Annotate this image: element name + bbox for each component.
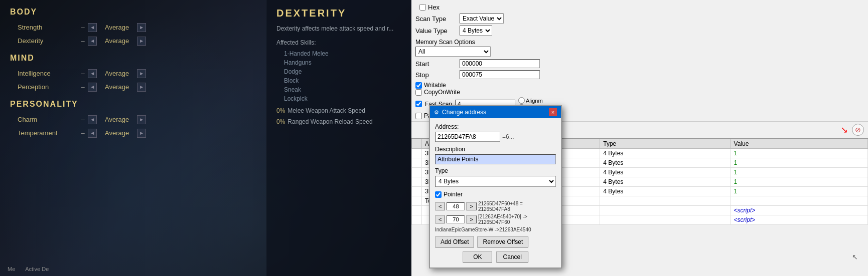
row-type-1: 4 Bytes: [600, 158, 731, 168]
dialog-title-area: ⚙ Change address: [434, 109, 486, 116]
hex-label: Hex: [428, 4, 440, 11]
type-label: Type: [435, 167, 556, 174]
attr-minus-intelligence[interactable]: −: [81, 70, 85, 78]
attr-left-perception[interactable]: ◄: [88, 83, 97, 92]
cancel-button[interactable]: Cancel: [496, 251, 528, 262]
row-value-s1: <script>: [731, 206, 867, 215]
attr-minus-dexterity[interactable]: −: [81, 37, 85, 45]
attr-left-strength[interactable]: ◄: [88, 23, 97, 32]
attr-right-charm[interactable]: ►: [137, 115, 146, 124]
scan-type-select[interactable]: Exact Value: [460, 14, 504, 24]
offset2-right-btn[interactable]: >: [466, 215, 476, 223]
attr-right-perception[interactable]: ►: [137, 83, 146, 92]
skill-sneak: Sneak: [276, 85, 401, 94]
attr-minus-perception[interactable]: −: [81, 83, 85, 91]
attr-right-dexterity[interactable]: ►: [137, 37, 146, 46]
dialog-titlebar: ⚙ Change address ×: [430, 106, 561, 118]
attr-value-dexterity: Average: [97, 36, 137, 46]
attr-minus-charm[interactable]: −: [81, 116, 85, 124]
copy-on-write-row: CopyOnWrite: [415, 89, 864, 96]
row-check-4: [412, 187, 422, 196]
row-type-5: [600, 196, 731, 206]
row-check-1: [412, 158, 422, 168]
address-label: Address:: [435, 123, 556, 130]
attr-left-dexterity[interactable]: ◄: [88, 37, 97, 46]
pointer-checkbox[interactable]: [435, 191, 442, 198]
memory-scan-select[interactable]: All: [415, 47, 491, 57]
hex-row: Hex: [415, 2, 864, 13]
address-section: Address: =6...: [435, 123, 556, 142]
attr-minus-strength[interactable]: −: [81, 24, 85, 32]
skill-dodge: Dodge: [276, 67, 401, 76]
affected-skills-title: Affected Skills:: [276, 39, 401, 46]
remove-offset-button[interactable]: Remove Offset: [477, 236, 528, 247]
game-panel: BODY Strength − ◄ Average ► Dexterity − …: [0, 0, 411, 276]
skill-lockpick: Lockpick: [276, 94, 401, 103]
attr-right-temperament[interactable]: ►: [137, 129, 146, 138]
col-header-check: [412, 139, 422, 149]
row-check-3: [412, 177, 422, 187]
offset1-left-btn[interactable]: <: [435, 202, 445, 210]
stop-input[interactable]: [460, 70, 540, 79]
row-check-0: [412, 149, 422, 158]
attr-value-strength: Average: [97, 23, 137, 32]
type-select[interactable]: 4 Bytes: [435, 176, 556, 187]
row-value-4: 1: [731, 187, 867, 196]
col-header-type: Type: [600, 139, 731, 149]
stop-row: Stop: [415, 69, 864, 80]
align-label: Alignm: [526, 98, 543, 104]
row-value-0: 1: [731, 149, 867, 158]
offset1-right-btn[interactable]: >: [466, 202, 476, 210]
add-offset-button[interactable]: Add Offset: [435, 236, 474, 247]
start-input[interactable]: [460, 59, 540, 68]
bottom-me-label: Me: [8, 266, 15, 272]
row-type-s1: [600, 206, 731, 215]
dialog-close-button[interactable]: ×: [549, 108, 557, 116]
attr-row-dexterity: Dexterity − ◄ Average ►: [10, 34, 251, 48]
attr-name-dexterity: Dexterity: [18, 37, 78, 45]
change-address-dialog[interactable]: ⚙ Change address × Address: =6... Descri…: [429, 105, 562, 268]
attr-minus-temperament[interactable]: −: [81, 129, 85, 137]
scan-type-label: Scan Type: [415, 15, 456, 23]
attr-left-intelligence[interactable]: ◄: [88, 69, 97, 78]
cursor-area: ↖: [852, 253, 858, 261]
address-input[interactable]: [435, 132, 500, 142]
skill-block: Block: [276, 76, 401, 85]
hex-checkbox[interactable]: [419, 4, 426, 11]
offset2-input[interactable]: [447, 215, 465, 223]
memory-scan-label: Memory Scan Options: [415, 39, 864, 46]
ok-button[interactable]: OK: [463, 251, 492, 262]
attr-name-strength: Strength: [18, 24, 78, 31]
mouse-cursor-icon: ↖: [852, 253, 858, 261]
align-radio[interactable]: [518, 97, 525, 104]
no-entry-icon[interactable]: ⊘: [852, 124, 864, 136]
description-panel: DEXTERITY Dexterity affects melee attack…: [266, 0, 411, 276]
pause-checkbox[interactable]: [415, 113, 422, 119]
value-type-select[interactable]: 4 Bytes: [460, 26, 492, 36]
attr-left-charm[interactable]: ◄: [88, 115, 97, 124]
desc-text: Dexterity affects melee attack speed and…: [276, 24, 401, 33]
offset2-left-btn[interactable]: <: [435, 215, 445, 223]
dialog-body: Address: =6... Description Type 4 Bytes: [430, 118, 561, 267]
writable-checkbox[interactable]: [415, 82, 422, 89]
copy-on-write-checkbox[interactable]: [415, 89, 422, 96]
pointer-row: Pointer: [435, 191, 556, 198]
skill-1h-melee: 1-Handed Melee: [276, 49, 401, 58]
offset1-input[interactable]: [447, 202, 465, 210]
fast-scan-checkbox[interactable]: [415, 101, 422, 107]
attr-value-perception: Average: [97, 82, 137, 92]
attributes-panel: BODY Strength − ◄ Average ► Dexterity − …: [0, 0, 261, 276]
red-arrow-icon[interactable]: ↘: [840, 124, 848, 135]
attr-right-intelligence[interactable]: ►: [137, 69, 146, 78]
offset-row-2: < > [21263AE4540+70] -> 21265D47F60: [435, 214, 556, 225]
description-input[interactable]: [435, 154, 556, 164]
description-section: Description: [435, 146, 556, 164]
attr-right-strength[interactable]: ►: [137, 23, 146, 32]
attr-left-temperament[interactable]: ◄: [88, 129, 97, 138]
row-check-s1: [412, 206, 422, 215]
stat-ranged-reload: 0% Ranged Weapon Reload Speed: [276, 118, 401, 125]
type-section: Type 4 Bytes: [435, 167, 556, 187]
stat-melee-label: Melee Weapon Attack Speed: [287, 107, 365, 114]
bottom-active-label: Active De: [25, 266, 49, 272]
row-check-5: [412, 196, 422, 206]
